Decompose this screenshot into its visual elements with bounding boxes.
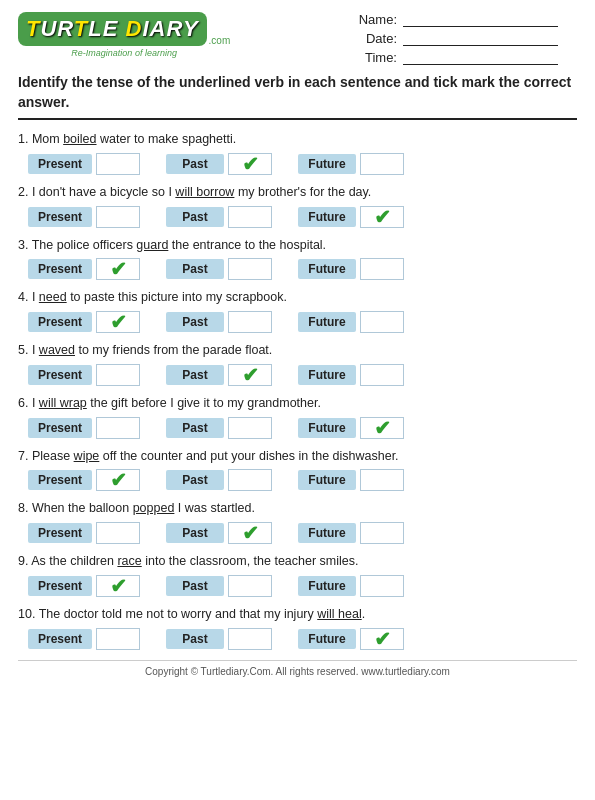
option-btn-future-8[interactable]: Future	[298, 523, 356, 543]
question-before-7: Please	[32, 449, 74, 463]
question-after-3: the entrance to the hospital.	[168, 238, 326, 252]
question-num-9: 9.	[18, 554, 31, 568]
question-after-5: to my friends from the parade float.	[75, 343, 272, 357]
question-text-4: 4. I need to paste this picture into my …	[18, 288, 577, 307]
option-box-present-5	[96, 364, 140, 386]
option-btn-future-3[interactable]: Future	[298, 259, 356, 279]
option-btn-past-1[interactable]: Past	[166, 154, 224, 174]
option-btn-future-4[interactable]: Future	[298, 312, 356, 332]
option-btn-past-4[interactable]: Past	[166, 312, 224, 332]
name-row: Name:	[357, 12, 577, 27]
options-row-4: Present✔PastFuture	[28, 311, 577, 333]
option-btn-present-1[interactable]: Present	[28, 154, 92, 174]
question-num-10: 10.	[18, 607, 39, 621]
logo-dotcom: .com	[209, 35, 231, 46]
question-underlined-9: race	[117, 554, 141, 568]
question-underlined-3: guard	[136, 238, 168, 252]
option-btn-past-8[interactable]: Past	[166, 523, 224, 543]
option-box-present-8	[96, 522, 140, 544]
option-box-past-4	[228, 311, 272, 333]
option-btn-past-2[interactable]: Past	[166, 207, 224, 227]
question-text-8: 8. When the balloon popped I was startle…	[18, 499, 577, 518]
logo-tagline: Re-Imagination of learning	[71, 48, 177, 58]
questions-container: 1. Mom boiled water to make spaghetti.Pr…	[18, 130, 577, 650]
option-box-future-5	[360, 364, 404, 386]
option-box-future-1	[360, 153, 404, 175]
instructions: Identify the tense of the underlined ver…	[18, 73, 577, 120]
option-btn-future-1[interactable]: Future	[298, 154, 356, 174]
name-label: Name:	[357, 12, 397, 27]
option-btn-future-10[interactable]: Future	[298, 629, 356, 649]
question-text-5: 5. I waved to my friends from the parade…	[18, 341, 577, 360]
option-btn-present-5[interactable]: Present	[28, 365, 92, 385]
option-btn-past-9[interactable]: Past	[166, 576, 224, 596]
option-btn-present-8[interactable]: Present	[28, 523, 92, 543]
option-box-present-2	[96, 206, 140, 228]
option-btn-past-6[interactable]: Past	[166, 418, 224, 438]
checkmark-4: ✔	[110, 312, 127, 332]
question-4: 4. I need to paste this picture into my …	[18, 288, 577, 333]
checkmark-1: ✔	[242, 154, 259, 174]
question-before-5: I	[32, 343, 39, 357]
option-btn-present-4[interactable]: Present	[28, 312, 92, 332]
option-btn-present-2[interactable]: Present	[28, 207, 92, 227]
option-btn-past-7[interactable]: Past	[166, 470, 224, 490]
option-btn-future-9[interactable]: Future	[298, 576, 356, 596]
date-label: Date:	[357, 31, 397, 46]
option-box-present-4: ✔	[96, 311, 140, 333]
option-box-past-1: ✔	[228, 153, 272, 175]
option-btn-present-7[interactable]: Present	[28, 470, 92, 490]
option-btn-past-5[interactable]: Past	[166, 365, 224, 385]
option-box-past-6	[228, 417, 272, 439]
question-3: 3. The police officers guard the entranc…	[18, 236, 577, 281]
question-after-8: I was startled.	[174, 501, 255, 515]
page: TURTLE DIARY .com Re-Imagination of lear…	[0, 0, 595, 685]
option-btn-past-3[interactable]: Past	[166, 259, 224, 279]
question-text-2: 2. I don't have a bicycle so I will borr…	[18, 183, 577, 202]
option-btn-present-6[interactable]: Present	[28, 418, 92, 438]
options-row-6: PresentPastFuture✔	[28, 417, 577, 439]
option-box-past-10	[228, 628, 272, 650]
question-before-9: As the children	[31, 554, 117, 568]
question-text-9: 9. As the children race into the classro…	[18, 552, 577, 571]
question-before-1: Mom	[32, 132, 63, 146]
option-btn-present-10[interactable]: Present	[28, 629, 92, 649]
option-btn-present-9[interactable]: Present	[28, 576, 92, 596]
option-box-past-9	[228, 575, 272, 597]
time-label: Time:	[357, 50, 397, 65]
options-row-3: Present✔PastFuture	[28, 258, 577, 280]
option-box-present-3: ✔	[96, 258, 140, 280]
question-9: 9. As the children race into the classro…	[18, 552, 577, 597]
option-btn-future-6[interactable]: Future	[298, 418, 356, 438]
question-6: 6. I will wrap the gift before I give it…	[18, 394, 577, 439]
logo-area: TURTLE DIARY .com Re-Imagination of lear…	[18, 12, 230, 58]
option-box-past-8: ✔	[228, 522, 272, 544]
name-line	[403, 13, 558, 27]
question-underlined-4: need	[39, 290, 67, 304]
option-btn-past-10[interactable]: Past	[166, 629, 224, 649]
option-box-future-2: ✔	[360, 206, 404, 228]
option-btn-future-7[interactable]: Future	[298, 470, 356, 490]
question-num-6: 6.	[18, 396, 32, 410]
options-row-10: PresentPastFuture✔	[28, 628, 577, 650]
question-num-4: 4.	[18, 290, 32, 304]
question-after-6: the gift before I give it to my grandmot…	[87, 396, 321, 410]
option-box-past-2	[228, 206, 272, 228]
options-row-1: PresentPast✔Future	[28, 153, 577, 175]
option-btn-present-3[interactable]: Present	[28, 259, 92, 279]
checkmark-3: ✔	[110, 259, 127, 279]
option-btn-future-5[interactable]: Future	[298, 365, 356, 385]
date-line	[403, 32, 558, 46]
options-row-5: PresentPast✔Future	[28, 364, 577, 386]
question-underlined-6: will wrap	[39, 396, 87, 410]
checkmark-8: ✔	[242, 523, 259, 543]
question-after-2: my brother's for the day.	[234, 185, 371, 199]
option-box-future-6: ✔	[360, 417, 404, 439]
question-before-4: I	[32, 290, 39, 304]
checkmark-5: ✔	[242, 365, 259, 385]
option-btn-future-2[interactable]: Future	[298, 207, 356, 227]
options-row-9: Present✔PastFuture	[28, 575, 577, 597]
option-box-present-7: ✔	[96, 469, 140, 491]
question-1: 1. Mom boiled water to make spaghetti.Pr…	[18, 130, 577, 175]
logo-text: TURTLE DIARY	[26, 16, 199, 42]
